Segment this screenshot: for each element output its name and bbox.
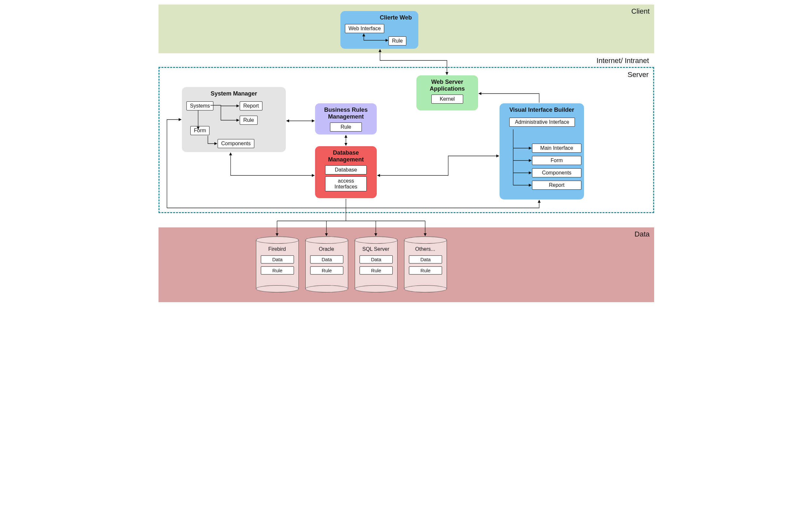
- client-rule-chip: Rule: [388, 36, 406, 45]
- client-web-title: Clierte Web: [345, 14, 414, 21]
- vib-title: Visual Interface Builder: [504, 107, 580, 114]
- rule-chip: Rule: [240, 116, 258, 125]
- client-web-node: Clierte Web Web Interface Rule: [340, 11, 418, 49]
- business-rules-title: Business Rules Management: [320, 107, 372, 120]
- db-others: Others... Data Rule: [404, 237, 446, 292]
- db-firebird-data: Data: [261, 255, 294, 264]
- visual-interface-builder-node: Visual Interface Builder Administrative …: [500, 103, 584, 199]
- web-interface-chip: Web Interface: [345, 24, 384, 33]
- system-manager-node: System Manager Systems Report Rule Form …: [182, 87, 286, 152]
- systems-chip: Systems: [186, 101, 213, 110]
- vib-components-chip: Components: [532, 168, 581, 177]
- vib-form-chip: Form: [532, 156, 581, 165]
- components-chip: Components: [218, 139, 254, 148]
- main-interface-chip: Main Interface: [532, 144, 581, 153]
- system-manager-title: System Manager: [186, 90, 281, 97]
- business-rules-node: Business Rules Management Rule: [315, 103, 377, 135]
- db-sqlserver: SQL Server Data Rule: [355, 237, 397, 292]
- admin-interface-chip: Administrative Interface: [509, 118, 575, 127]
- business-rule-chip: Rule: [330, 122, 362, 132]
- db-oracle-name: Oracle: [305, 246, 348, 252]
- data-tier-label: Data: [635, 230, 649, 238]
- db-others-rule: Rule: [409, 266, 442, 274]
- db-firebird-name: Firebird: [256, 246, 298, 252]
- server-tier-label: Server: [628, 71, 649, 79]
- db-oracle-rule: Rule: [310, 266, 343, 274]
- db-firebird-rule: Rule: [261, 266, 294, 274]
- report-chip: Report: [240, 101, 262, 110]
- db-others-name: Others...: [404, 246, 446, 252]
- form-chip: Form: [190, 126, 210, 135]
- db-sqlserver-data: Data: [359, 255, 393, 264]
- db-others-data: Data: [409, 255, 442, 264]
- internet-intranet-label: Internet/ Intranet: [597, 57, 649, 65]
- db-sqlserver-rule: Rule: [359, 266, 393, 274]
- database-mgmt-node: Database Management Database access Inte…: [315, 146, 377, 198]
- database-chip: Database: [325, 165, 367, 175]
- db-oracle: Oracle Data Rule: [305, 237, 348, 292]
- db-firebird: Firebird Data Rule: [256, 237, 298, 292]
- db-sqlserver-name: SQL Server: [355, 246, 397, 252]
- db-oracle-data: Data: [310, 255, 343, 264]
- access-interfaces-chip: access Interfaces: [325, 176, 367, 191]
- web-server-apps-title: Web Server Applications: [421, 79, 474, 92]
- web-server-apps-node: Web Server Applications Kernel: [416, 75, 478, 110]
- client-tier-label: Client: [631, 7, 649, 16]
- kernel-chip: Kernel: [431, 94, 463, 104]
- vib-report-chip: Report: [532, 181, 581, 190]
- database-mgmt-title: Database Management: [320, 149, 372, 163]
- architecture-diagram: Client Internet/ Intranet Server Data Cl…: [153, 0, 659, 328]
